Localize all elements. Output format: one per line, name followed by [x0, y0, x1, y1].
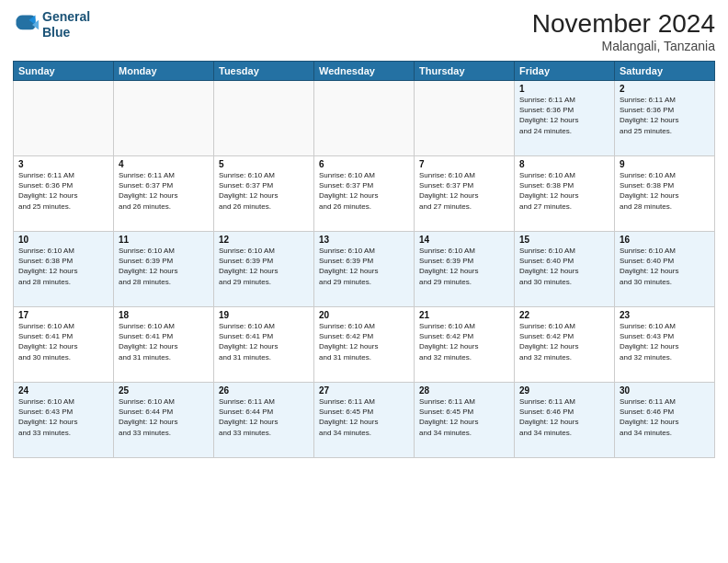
day-info: Sunrise: 6:10 AM Sunset: 6:38 PM Dayligh… [18, 246, 108, 287]
day-info: Sunrise: 6:10 AM Sunset: 6:41 PM Dayligh… [219, 321, 309, 362]
weekday-header-tuesday: Tuesday [214, 62, 314, 81]
day-number: 17 [18, 310, 108, 320]
title-block: November 2024 Malangali, Tanzania [532, 9, 715, 53]
day-info: Sunrise: 6:10 AM Sunset: 6:43 PM Dayligh… [620, 321, 710, 362]
calendar-cell: 11Sunrise: 6:10 AM Sunset: 6:39 PM Dayli… [114, 232, 214, 307]
day-number: 3 [18, 159, 108, 169]
calendar-cell: 7Sunrise: 6:10 AM Sunset: 6:37 PM Daylig… [415, 156, 515, 232]
location: Malangali, Tanzania [532, 39, 715, 53]
day-info: Sunrise: 6:11 AM Sunset: 6:44 PM Dayligh… [219, 396, 309, 438]
day-number: 16 [620, 235, 710, 245]
day-info: Sunrise: 6:10 AM Sunset: 6:37 PM Dayligh… [319, 170, 409, 212]
day-number: 29 [519, 385, 609, 396]
day-info: Sunrise: 6:11 AM Sunset: 6:36 PM Dayligh… [519, 95, 609, 136]
calendar-table: SundayMondayTuesdayWednesdayThursdayFrid… [13, 61, 715, 458]
calendar-cell: 23Sunrise: 6:10 AM Sunset: 6:43 PM Dayli… [615, 307, 715, 383]
day-number: 8 [519, 159, 609, 169]
calendar-cell: 30Sunrise: 6:11 AM Sunset: 6:46 PM Dayli… [615, 383, 715, 458]
day-number: 7 [419, 159, 509, 169]
week-row-4: 17Sunrise: 6:10 AM Sunset: 6:41 PM Dayli… [14, 307, 715, 383]
week-row-1: 1Sunrise: 6:11 AM Sunset: 6:36 PM Daylig… [14, 81, 715, 156]
weekday-header-sunday: Sunday [14, 62, 114, 81]
calendar-cell: 9Sunrise: 6:10 AM Sunset: 6:38 PM Daylig… [615, 156, 715, 232]
day-info: Sunrise: 6:10 AM Sunset: 6:37 PM Dayligh… [219, 170, 309, 212]
day-info: Sunrise: 6:11 AM Sunset: 6:45 PM Dayligh… [419, 396, 509, 438]
day-info: Sunrise: 6:10 AM Sunset: 6:42 PM Dayligh… [519, 321, 609, 362]
calendar-cell: 15Sunrise: 6:10 AM Sunset: 6:40 PM Dayli… [515, 232, 615, 307]
day-info: Sunrise: 6:11 AM Sunset: 6:45 PM Dayligh… [319, 396, 409, 438]
logo: General Blue [13, 9, 90, 40]
calendar-cell: 10Sunrise: 6:10 AM Sunset: 6:38 PM Dayli… [14, 232, 114, 307]
day-info: Sunrise: 6:10 AM Sunset: 6:38 PM Dayligh… [519, 170, 609, 212]
day-number: 27 [319, 385, 409, 396]
calendar-cell: 1Sunrise: 6:11 AM Sunset: 6:36 PM Daylig… [515, 81, 615, 156]
page: General Blue November 2024 Malangali, Ta… [0, 0, 728, 563]
day-info: Sunrise: 6:11 AM Sunset: 6:36 PM Dayligh… [18, 170, 108, 212]
day-info: Sunrise: 6:10 AM Sunset: 6:39 PM Dayligh… [119, 246, 209, 287]
calendar-body: 1Sunrise: 6:11 AM Sunset: 6:36 PM Daylig… [14, 81, 715, 458]
calendar-cell: 26Sunrise: 6:11 AM Sunset: 6:44 PM Dayli… [214, 383, 314, 458]
calendar-cell: 27Sunrise: 6:11 AM Sunset: 6:45 PM Dayli… [314, 383, 415, 458]
day-number: 26 [219, 385, 309, 396]
day-number: 20 [319, 310, 409, 320]
day-info: Sunrise: 6:10 AM Sunset: 6:42 PM Dayligh… [419, 321, 509, 362]
calendar-cell [14, 81, 114, 156]
day-info: Sunrise: 6:10 AM Sunset: 6:43 PM Dayligh… [18, 396, 108, 438]
day-number: 13 [319, 235, 409, 245]
weekday-header-thursday: Thursday [415, 62, 515, 81]
day-info: Sunrise: 6:10 AM Sunset: 6:40 PM Dayligh… [519, 246, 609, 287]
day-number: 22 [519, 310, 609, 320]
day-number: 11 [119, 235, 209, 245]
weekday-header-monday: Monday [114, 62, 214, 81]
calendar-cell: 21Sunrise: 6:10 AM Sunset: 6:42 PM Dayli… [415, 307, 515, 383]
weekday-header-row: SundayMondayTuesdayWednesdayThursdayFrid… [14, 62, 715, 81]
calendar-cell: 2Sunrise: 6:11 AM Sunset: 6:36 PM Daylig… [615, 81, 715, 156]
day-number: 1 [519, 84, 609, 94]
day-info: Sunrise: 6:10 AM Sunset: 6:44 PM Dayligh… [119, 396, 209, 438]
day-info: Sunrise: 6:11 AM Sunset: 6:36 PM Dayligh… [620, 95, 710, 136]
day-number: 24 [18, 385, 108, 396]
day-info: Sunrise: 6:10 AM Sunset: 6:41 PM Dayligh… [119, 321, 209, 362]
weekday-header-wednesday: Wednesday [314, 62, 415, 81]
day-number: 30 [620, 385, 710, 396]
day-number: 10 [18, 235, 108, 245]
day-number: 2 [620, 84, 710, 94]
calendar-cell: 16Sunrise: 6:10 AM Sunset: 6:40 PM Dayli… [615, 232, 715, 307]
week-row-2: 3Sunrise: 6:11 AM Sunset: 6:36 PM Daylig… [14, 156, 715, 232]
calendar-cell: 24Sunrise: 6:10 AM Sunset: 6:43 PM Dayli… [14, 383, 114, 458]
week-row-5: 24Sunrise: 6:10 AM Sunset: 6:43 PM Dayli… [14, 383, 715, 458]
calendar-cell [214, 81, 314, 156]
calendar-cell [314, 81, 415, 156]
day-number: 21 [419, 310, 509, 320]
day-info: Sunrise: 6:10 AM Sunset: 6:39 PM Dayligh… [219, 246, 309, 287]
calendar-cell: 28Sunrise: 6:11 AM Sunset: 6:45 PM Dayli… [415, 383, 515, 458]
calendar-cell: 8Sunrise: 6:10 AM Sunset: 6:38 PM Daylig… [515, 156, 615, 232]
day-number: 25 [119, 385, 209, 396]
weekday-header-friday: Friday [515, 62, 615, 81]
day-number: 4 [119, 159, 209, 169]
calendar-cell: 17Sunrise: 6:10 AM Sunset: 6:41 PM Dayli… [14, 307, 114, 383]
day-info: Sunrise: 6:10 AM Sunset: 6:42 PM Dayligh… [319, 321, 409, 362]
calendar-cell: 12Sunrise: 6:10 AM Sunset: 6:39 PM Dayli… [214, 232, 314, 307]
day-number: 6 [319, 159, 409, 169]
weekday-header-saturday: Saturday [615, 62, 715, 81]
day-number: 19 [219, 310, 309, 320]
day-info: Sunrise: 6:10 AM Sunset: 6:39 PM Dayligh… [419, 246, 509, 287]
day-info: Sunrise: 6:10 AM Sunset: 6:41 PM Dayligh… [18, 321, 108, 362]
day-number: 18 [119, 310, 209, 320]
day-number: 12 [219, 235, 309, 245]
day-info: Sunrise: 6:11 AM Sunset: 6:46 PM Dayligh… [519, 396, 609, 438]
calendar-cell: 13Sunrise: 6:10 AM Sunset: 6:39 PM Dayli… [314, 232, 415, 307]
calendar-cell: 25Sunrise: 6:10 AM Sunset: 6:44 PM Dayli… [114, 383, 214, 458]
day-number: 23 [620, 310, 710, 320]
calendar-cell: 5Sunrise: 6:10 AM Sunset: 6:37 PM Daylig… [214, 156, 314, 232]
logo-icon [13, 12, 39, 38]
calendar-cell: 18Sunrise: 6:10 AM Sunset: 6:41 PM Dayli… [114, 307, 214, 383]
day-number: 5 [219, 159, 309, 169]
logo-text: General Blue [42, 9, 90, 40]
week-row-3: 10Sunrise: 6:10 AM Sunset: 6:38 PM Dayli… [14, 232, 715, 307]
calendar-cell: 14Sunrise: 6:10 AM Sunset: 6:39 PM Dayli… [415, 232, 515, 307]
day-number: 15 [519, 235, 609, 245]
calendar-cell [114, 81, 214, 156]
header: General Blue November 2024 Malangali, Ta… [13, 9, 715, 53]
